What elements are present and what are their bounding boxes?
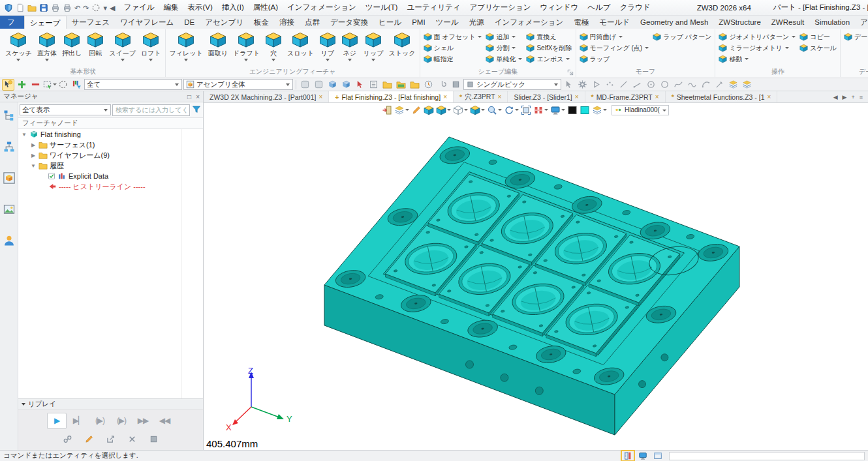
- collapse-qat-icon[interactable]: ◀: [110, 3, 115, 12]
- tab-list-button[interactable]: ≡: [860, 94, 863, 100]
- layer-display-icon[interactable]: [394, 104, 410, 115]
- pick-scope-combo[interactable]: アセンブリ全体: [183, 79, 293, 90]
- replay-pick-icon[interactable]: [590, 79, 602, 91]
- ribbon-button[interactable]: 幅指定: [424, 53, 482, 65]
- ribbon-button[interactable]: SelfXを削除: [526, 42, 572, 53]
- tab-close-icon[interactable]: ×: [443, 93, 447, 100]
- tab-close-icon[interactable]: ×: [318, 93, 322, 100]
- tree-filter-combo[interactable]: 全て表示: [20, 104, 111, 115]
- ribbon-tab[interactable]: PMI: [407, 16, 430, 29]
- tabs-prev-button[interactable]: ◀: [833, 94, 838, 100]
- pick-filter-icon[interactable]: [2, 79, 14, 91]
- ribbon-button[interactable]: 面 オフセット: [424, 31, 482, 42]
- replay-play-button[interactable]: ▶: [47, 413, 67, 429]
- open-file-icon[interactable]: [27, 3, 37, 12]
- ribbon-tab[interactable]: アセンブリ: [200, 16, 249, 29]
- circle-tool-icon[interactable]: [659, 79, 671, 91]
- ribbon-button[interactable]: エンボス: [526, 53, 572, 65]
- ribbon-button[interactable]: 移動: [719, 53, 796, 65]
- view-manager-icon[interactable]: [3, 203, 16, 216]
- snap-points-icon[interactable]: [604, 79, 616, 91]
- visual-manager-icon[interactable]: [3, 171, 16, 185]
- ribbon-button[interactable]: ジオメトリパターン: [719, 31, 796, 42]
- shade-a-icon[interactable]: [727, 79, 739, 91]
- display-setting-icon[interactable]: [637, 451, 649, 460]
- pick-mode-combo[interactable]: シングルピック: [463, 79, 561, 90]
- menu-item[interactable]: ヘルプ: [583, 0, 615, 15]
- user-manager-icon[interactable]: [3, 234, 16, 247]
- menu-item[interactable]: 属性(A): [249, 0, 283, 15]
- replay-forward-button[interactable]: ▶▶: [133, 413, 153, 429]
- ribbon-button[interactable]: ロフト: [138, 29, 164, 67]
- face-color-icon[interactable]: [591, 104, 608, 115]
- tree-node[interactable]: Explicit Data: [18, 171, 203, 181]
- inherit-ref-icon[interactable]: [299, 79, 311, 91]
- ribbon-button[interactable]: 直方体: [35, 29, 59, 67]
- print-icon[interactable]: [51, 3, 60, 12]
- menu-item[interactable]: アプリケーション: [465, 0, 536, 15]
- add-select-icon[interactable]: [16, 79, 28, 91]
- tab-close-icon[interactable]: ×: [575, 93, 579, 100]
- doc-tab[interactable]: *MD-Frame.Z3PRT×: [585, 91, 666, 102]
- doc-list-icon[interactable]: [367, 79, 380, 91]
- ribbon-tab[interactable]: 溶接: [274, 16, 300, 29]
- dialog-launcher-icon[interactable]: [566, 68, 574, 76]
- menu-item[interactable]: 表示(V): [183, 0, 217, 15]
- fit-window-icon[interactable]: [520, 104, 532, 115]
- ribbon-button[interactable]: スロット: [285, 29, 317, 67]
- ribbon-button[interactable]: 回転: [84, 29, 106, 67]
- manager-close-button[interactable]: ×: [196, 93, 200, 100]
- ribbon-tab[interactable]: データ変換: [325, 16, 373, 29]
- pick-cursor-icon[interactable]: [354, 79, 366, 91]
- ribbon-button[interactable]: コピー: [799, 31, 837, 42]
- ribbon-tab[interactable]: ZWResult: [766, 16, 809, 29]
- ribbon-tab[interactable]: インフォメーション: [489, 16, 569, 29]
- wave-tool-icon[interactable]: [686, 79, 698, 91]
- tree-node[interactable]: ----- ヒストリーライン -----: [18, 181, 203, 192]
- expander-icon[interactable]: ▼: [30, 163, 37, 169]
- face-shade-icon[interactable]: [469, 104, 486, 115]
- replay-header[interactable]: リプレイ: [18, 398, 203, 409]
- ribbon-tab[interactable]: 電極: [568, 16, 594, 29]
- menu-item[interactable]: ツール(T): [361, 0, 403, 15]
- viewport-canvas[interactable]: [204, 103, 868, 450]
- batch-print-icon[interactable]: [63, 3, 72, 12]
- ribbon-button[interactable]: リブ: [317, 29, 339, 67]
- shade-b-icon[interactable]: [741, 79, 753, 91]
- bg-cyan-swatch[interactable]: [579, 104, 591, 115]
- ribbon-tab[interactable]: ZWStructure: [713, 16, 766, 29]
- folder-red-icon[interactable]: [381, 79, 394, 91]
- menu-item[interactable]: 挿入(I): [217, 0, 249, 15]
- doc-tab[interactable]: *穴.Z3PRT×: [454, 91, 508, 102]
- doc-tab[interactable]: ZW3D 2X Machining.Z3 - [Part001]×: [204, 91, 329, 102]
- screen-display-icon[interactable]: [550, 104, 566, 115]
- folder-image-icon[interactable]: [395, 79, 407, 91]
- ribbon-button[interactable]: 追加: [486, 31, 522, 42]
- ribbon-tab[interactable]: ワイヤフレーム: [115, 16, 179, 29]
- redo-icon[interactable]: ↷: [83, 3, 89, 12]
- menu-item[interactable]: インフォメーション: [283, 0, 361, 15]
- window-select-icon[interactable]: [43, 79, 55, 91]
- ribbon-tab[interactable]: 点群: [300, 16, 325, 29]
- remove-select-icon[interactable]: [29, 79, 42, 91]
- ribbon-button[interactable]: 分割: [486, 42, 522, 53]
- entity-filter-combo[interactable]: 全て: [84, 79, 182, 90]
- layer-combo[interactable]: Hladina000(: [612, 105, 669, 115]
- replay-edit-button[interactable]: [80, 431, 99, 447]
- circle-center-icon[interactable]: [645, 79, 657, 91]
- doc-tab[interactable]: *Sheetmetal Functions.Z3 - [1×: [666, 91, 778, 102]
- ribbon-button[interactable]: 穴: [262, 29, 285, 67]
- wireframe-mode-icon[interactable]: [452, 104, 469, 115]
- ribbon-tab[interactable]: 板金: [249, 16, 274, 29]
- brand-icon[interactable]: [4, 3, 13, 12]
- save-icon[interactable]: [39, 3, 48, 12]
- replay-play-from-button[interactable]: (▶): [90, 413, 110, 429]
- assembly-manager-icon[interactable]: [3, 140, 16, 153]
- blank-component-icon[interactable]: [340, 79, 352, 91]
- tabs-next-button[interactable]: ▶: [843, 94, 847, 100]
- ribbon-button[interactable]: 円筒曲げ: [580, 31, 649, 42]
- polyline-tool-icon[interactable]: [631, 79, 643, 91]
- doc-tab[interactable]: Slider.Z3 - [Slider1]×: [508, 91, 585, 102]
- ribbon-tab[interactable]: シェープ: [24, 16, 67, 29]
- pick-style-icon[interactable]: [91, 3, 101, 12]
